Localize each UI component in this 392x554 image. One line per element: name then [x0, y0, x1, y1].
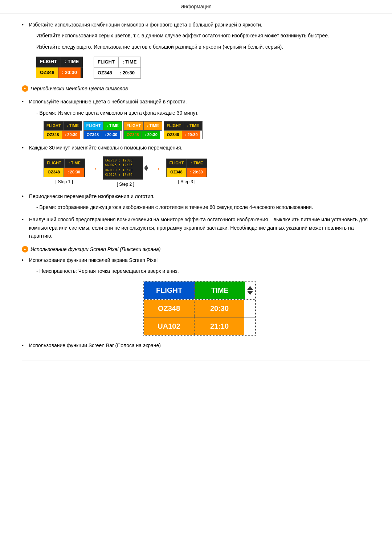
b4-v-right: : 20:30 — [182, 131, 200, 139]
subtext-1: Избегайте использования серых цветов, т.… — [29, 32, 370, 40]
color-boxes-row: FLIGHT : TIME OZ348 : 20:30 FLIGHT : TIM… — [44, 121, 370, 139]
bullet6-text: Использование функции пикселей экрана Sc… — [29, 257, 158, 263]
periodic-label-row: Периодически меняйте цвета символов — [22, 85, 370, 93]
b2-h-right: : TIME — [103, 122, 122, 130]
b3-header: FLIGHT : TIME — [124, 122, 162, 131]
bullet5-text: Наилучший способ предотвращения возникно… — [29, 217, 368, 239]
step3-values: OZ348 : 20:30 — [167, 168, 207, 177]
step2-box: KA1710 : 12:00 AA0025 : 12:35 UA0110 : 1… — [103, 156, 143, 180]
step2-scroll-arrows — [144, 165, 148, 171]
periodic-item: Периодически меняйте цвета символов — [22, 85, 370, 93]
b1-h-left: FLIGHT — [44, 122, 64, 130]
flight-value-row: OZ348 : 20:30 — [36, 67, 83, 78]
lfd-r1-spacer — [244, 300, 255, 317]
step3-item: FLIGHT : TIME OZ348 : 20:30 [ Step 3 ] — [166, 159, 208, 185]
lfd-r2-time: 21:10 — [195, 317, 244, 335]
b4-header: FLIGHT : TIME — [164, 122, 202, 131]
step3-header: FLIGHT : TIME — [167, 159, 207, 168]
list-item-7: Использование функции Screen Bar (Полоса… — [22, 341, 370, 349]
flight-header-row-light: FLIGHT : TIME — [94, 57, 140, 68]
b3-h-left: FLIGHT — [124, 122, 144, 130]
page-header: Информация — [0, 0, 392, 13]
step2-line4: KL0125 : 13:50 — [105, 173, 141, 178]
bullet4-text: Периодически перемещайте изображения и л… — [29, 193, 155, 199]
step2-text: KA1710 : 12:00 AA0025 : 12:35 UA0110 : 1… — [105, 158, 141, 178]
subtext-time2: - Время: отображение движущегося изображ… — [29, 203, 370, 211]
b2-v-right: : 20:30 — [102, 131, 120, 139]
step3-box: FLIGHT : TIME OZ348 : 20:30 — [166, 159, 208, 177]
header-flight: FLIGHT — [36, 57, 61, 67]
value-flight-num: OZ348 — [36, 67, 58, 78]
b3-values: OZ348 : 20:30 — [124, 131, 162, 139]
step2-item: KA1710 : 12:00 AA0025 : 12:35 UA0110 : 1… — [103, 156, 148, 188]
step-arrow-2: → — [153, 162, 161, 175]
lfd-r1-time: 20:30 — [195, 300, 244, 317]
orange-bullet-icon-2 — [22, 246, 28, 253]
flight-box-light: FLIGHT : TIME OZ348 : 20:30 — [94, 57, 141, 79]
lfd-header-arrows — [245, 282, 255, 299]
step3-label: [ Step 3 ] — [178, 178, 196, 185]
page-title: Информация — [180, 4, 212, 9]
lfd-h-time: TIME — [195, 282, 245, 299]
step2-content: KA1710 : 12:00 AA0025 : 12:35 UA0110 : 1… — [103, 156, 148, 180]
orange-bullet-icon — [22, 85, 28, 92]
b1-header: FLIGHT : TIME — [44, 122, 82, 131]
bullet7-text: Использование функции Screen Bar (Полоса… — [29, 342, 161, 348]
list-item-6: Использование функции пикселей экрана Sc… — [22, 256, 370, 336]
subtext-time: - Время: Изменение цвета символов и цвет… — [29, 109, 370, 117]
value-time: : 20:30 — [58, 67, 81, 78]
list-item-5: Наилучший способ предотвращения возникно… — [22, 216, 370, 240]
step1-values: OZ348 : 20:30 — [44, 168, 85, 177]
light-header-flight: FLIGHT — [94, 57, 119, 67]
b2-values: OZ348 : 20:30 — [84, 131, 122, 139]
flight-header-row: FLIGHT : TIME — [36, 57, 83, 67]
bullet3-text: Каждые 30 минут изменяйте символы с помо… — [29, 145, 183, 151]
b2-header: FLIGHT : TIME — [84, 122, 122, 131]
header-colon-time: : TIME — [61, 57, 83, 67]
screen-pixel-section: Использование функции Screen Pixel (Пикс… — [22, 246, 370, 253]
color-box-2: FLIGHT : TIME OZ348 : 20:30 — [83, 121, 122, 139]
b4-h-right: : TIME — [184, 122, 202, 130]
step-arrow-1: → — [90, 162, 98, 175]
large-display-wrapper: FLIGHT TIME OZ348 20:30 — [29, 281, 370, 336]
step2-label: [ Step 2 ] — [117, 181, 134, 188]
step1-header: FLIGHT : TIME — [44, 159, 85, 168]
light-value-time: : 20:30 — [116, 68, 138, 78]
s1-h-right: : TIME — [65, 159, 85, 168]
list-item-2: Используйте насыщенные цвета с небольшой… — [22, 98, 370, 139]
flight-value-row-light: OZ348 : 20:30 — [94, 68, 140, 78]
s1-v-left: OZ348 — [44, 168, 64, 177]
lfd-up-arrow — [247, 286, 253, 290]
lfd-down-arrow — [247, 291, 253, 295]
step-diagram: FLIGHT : TIME OZ348 : 20:30 [ Step 1 ] → — [44, 156, 370, 188]
bullet1-text: Избегайте использования комбинации симво… — [29, 22, 262, 28]
b4-values: OZ348 : 20:30 — [164, 131, 202, 139]
flight-box-dark: FLIGHT : TIME OZ348 : 20:30 — [36, 57, 83, 78]
s3-v-right: : 20:30 — [187, 168, 207, 177]
step2-line1: KA1710 : 12:00 — [105, 158, 141, 163]
scroll-up-arrow — [144, 165, 148, 168]
s3-h-right: : TIME — [187, 159, 207, 168]
lfd-scroll-arrows-header — [247, 286, 253, 295]
main-content: Избегайте использования комбинации симво… — [0, 13, 392, 376]
step2-line3: UA0110 : 13:20 — [105, 168, 141, 173]
color-box-3: FLIGHT : TIME OZ348 : 20:30 — [123, 121, 162, 139]
b4-h-left: FLIGHT — [164, 122, 184, 130]
s1-v-right: : 20:30 — [64, 168, 84, 177]
subtext-defect: - Неисправность: Черная точка перемещает… — [29, 267, 370, 275]
lfd-header-row: FLIGHT TIME — [144, 282, 255, 300]
b3-v-right: : 20:30 — [142, 131, 160, 139]
screen-pixel-label-text: Использование функции Screen Pixel (Пикс… — [30, 246, 160, 252]
lfd-row-1: OZ348 20:30 — [144, 300, 255, 317]
step1-item: FLIGHT : TIME OZ348 : 20:30 [ Step 1 ] — [44, 159, 85, 185]
b2-v-left: OZ348 — [84, 131, 102, 139]
s1-h-left: FLIGHT — [44, 159, 65, 168]
color-box-4: FLIGHT : TIME OZ348 : 20:30 — [164, 121, 203, 139]
lfd-r2-spacer — [244, 317, 255, 335]
list-item-1: Избегайте использования комбинации симво… — [22, 21, 370, 79]
flight-boxes-comparison: FLIGHT : TIME OZ348 : 20:30 FLIGHT : TIM… — [36, 57, 370, 79]
light-header-time: : TIME — [119, 57, 140, 67]
main-list: Избегайте использования комбинации симво… — [22, 21, 370, 240]
large-flight-display: FLIGHT TIME OZ348 20:30 — [143, 281, 256, 336]
b1-h-right: : TIME — [64, 122, 82, 130]
